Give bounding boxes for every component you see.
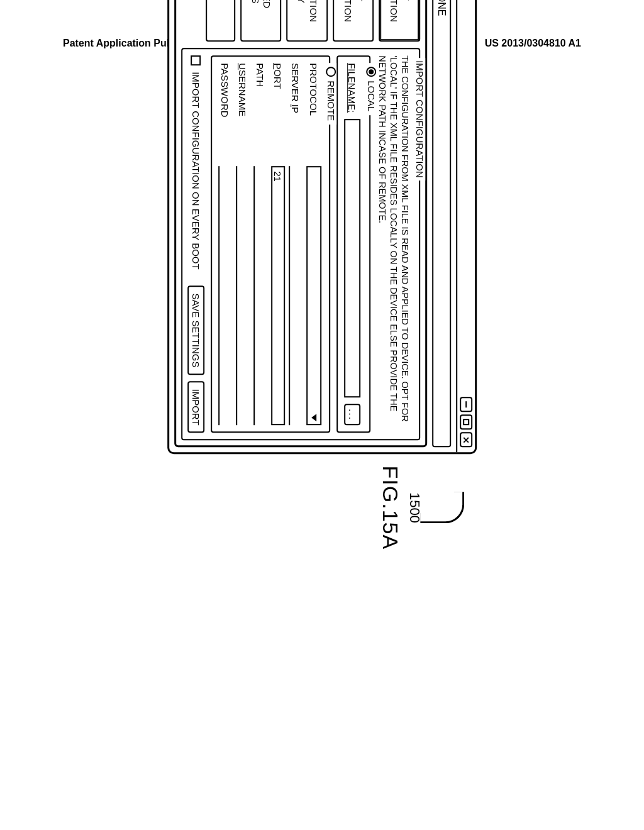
serverip-label: SERVER IP [290, 63, 301, 157]
remote-group: REMOTE PROTOCOL SERVER IP PORT [211, 55, 330, 433]
panel-description: THE CONFIGURATION FROM XML FILE IS READ … [377, 55, 411, 433]
app-window: ◬ PYRAMID ✕ ACTIVE XML: NONE IMPORT [167, 0, 477, 455]
port-input[interactable]: 21 [271, 166, 285, 425]
remote-legend: REMOTE [326, 80, 336, 121]
browse-button[interactable]: ... [344, 404, 360, 426]
sidebar: IMPORT CONFIGURATION EXPORT CONFIGURATIO… [181, 0, 420, 42]
nav-configuration-history[interactable]: CONFIGURATION HISTORY [287, 0, 328, 42]
local-group: LOCAL FILENAME: ... [336, 55, 370, 433]
nav-import-configuration[interactable]: IMPORT CONFIGURATION [379, 0, 421, 42]
port-label: PORT [272, 63, 283, 157]
nav-about[interactable]: ABOUT [206, 0, 235, 42]
chevron-down-icon [311, 414, 316, 422]
remote-radio[interactable] [326, 67, 336, 77]
import-button[interactable]: IMPORT [187, 382, 204, 433]
import-config-panel: IMPORT CONFIGURATION THE CONFIGURATION F… [181, 48, 420, 440]
filename-label: FILENAME: [347, 63, 357, 113]
maximize-button[interactable] [460, 415, 472, 430]
path-label: PATH [255, 63, 265, 157]
nav-advanced-options[interactable]: ADVANCED OPTIONS [240, 0, 282, 42]
protocol-label: PROTOCOL [308, 63, 319, 157]
username-label: USERNAME [237, 63, 248, 157]
password-label: PASSWORD [219, 63, 230, 157]
reference-callout: 1500 FIG.15A [378, 466, 477, 550]
doc-header-right: US 2013/0304810 A1 [485, 38, 581, 49]
nav-export-configuration[interactable]: EXPORT CONFIGURATION [333, 0, 374, 42]
protocol-select[interactable] [306, 166, 321, 425]
close-button[interactable]: ✕ [460, 433, 472, 448]
minimize-button[interactable] [460, 397, 472, 412]
username-input[interactable] [236, 166, 250, 425]
main-frame: IMPORT CONFIGURATION EXPORT CONFIGURATIO… [174, 0, 427, 448]
local-legend: LOCAL [366, 80, 377, 111]
path-input[interactable] [253, 166, 267, 425]
password-input[interactable] [218, 166, 232, 425]
figure-label: FIG.15A [378, 466, 402, 550]
active-xml-banner: ACTIVE XML: NONE [432, 0, 451, 448]
save-settings-button[interactable]: SAVE SETTINGS [187, 285, 204, 375]
import-on-boot-checkbox[interactable] [191, 55, 201, 65]
panel-legend: IMPORT CONFIGURATION [414, 58, 425, 180]
reference-number: 1500 [406, 492, 423, 523]
titlebar: ◬ PYRAMID ✕ [456, 0, 475, 453]
filename-input[interactable] [344, 119, 360, 397]
local-radio[interactable] [366, 67, 376, 77]
serverip-input[interactable] [289, 166, 303, 425]
import-on-boot-label: IMPORT CONFIGURATION ON EVERY BOOT [191, 72, 201, 270]
